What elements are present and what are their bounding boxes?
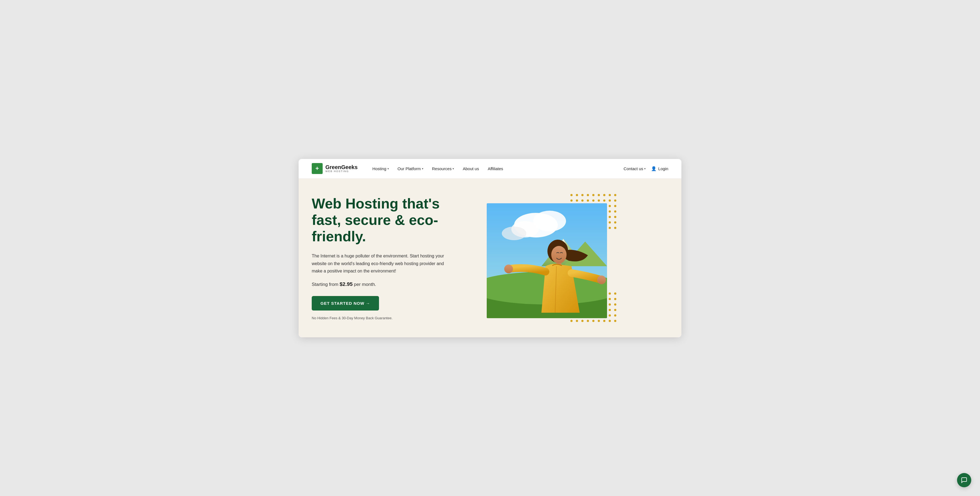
chevron-down-icon: ▾ — [644, 167, 646, 170]
logo[interactable]: + GreenGeeks WEB HOSTING — [312, 163, 358, 174]
nav-item-affiliates[interactable]: Affiliates — [484, 164, 507, 173]
svg-point-4 — [592, 194, 595, 196]
svg-point-131 — [598, 320, 600, 322]
svg-point-13 — [592, 199, 595, 202]
user-icon: 👤 — [651, 166, 657, 171]
svg-point-44 — [614, 216, 616, 218]
nav-item-resources[interactable]: Resources ▾ — [428, 164, 458, 173]
hero-content: Web Hosting that's fast, secure & eco-fr… — [312, 196, 470, 320]
nav-links: Hosting ▾ Our Platform ▾ Resources ▾ Abo… — [369, 164, 624, 173]
nav-item-hosting[interactable]: Hosting ▾ — [369, 164, 393, 173]
nav-item-platform[interactable]: Our Platform ▾ — [394, 164, 427, 173]
svg-point-5 — [598, 194, 600, 196]
nav-contact[interactable]: Contact us ▾ — [624, 166, 646, 171]
hero-image — [487, 203, 607, 318]
chevron-down-icon: ▾ — [387, 167, 389, 170]
svg-point-3 — [587, 194, 589, 196]
svg-point-124 — [609, 314, 611, 317]
nav-right: Contact us ▾ 👤 Login — [624, 166, 668, 171]
svg-point-9 — [570, 199, 573, 202]
svg-point-16 — [609, 199, 611, 202]
svg-point-15 — [603, 199, 605, 202]
svg-point-17 — [614, 199, 616, 202]
logo-icon: + — [312, 163, 323, 174]
svg-point-8 — [614, 194, 616, 196]
svg-point-43 — [609, 216, 611, 218]
svg-point-35 — [614, 211, 616, 212]
svg-point-106 — [609, 303, 611, 306]
svg-point-12 — [587, 199, 589, 202]
svg-point-88 — [609, 292, 611, 295]
chevron-down-icon: ▾ — [453, 167, 454, 170]
svg-point-129 — [587, 320, 589, 322]
svg-point-133 — [609, 320, 611, 322]
svg-point-77 — [551, 246, 566, 263]
svg-point-98 — [614, 298, 616, 300]
hero-price: Starting from $2.95 per month. — [312, 281, 470, 287]
svg-point-14 — [598, 199, 600, 202]
hero-section: Web Hosting that's fast, secure & eco-fr… — [299, 179, 681, 337]
nav-login[interactable]: 👤 Login — [651, 166, 668, 171]
svg-point-116 — [614, 309, 616, 311]
svg-point-67 — [502, 226, 527, 240]
hero-guarantee: No Hidden Fees & 30-Day Money Back Guara… — [312, 316, 470, 320]
chat-button[interactable] — [957, 473, 971, 487]
svg-point-61 — [609, 227, 611, 229]
svg-point-125 — [614, 314, 616, 317]
hero-image-area — [487, 198, 612, 318]
svg-point-6 — [603, 194, 605, 196]
svg-point-79 — [597, 276, 606, 284]
svg-point-7 — [609, 194, 611, 196]
svg-point-134 — [614, 320, 616, 322]
nav-item-about[interactable]: About us — [459, 164, 483, 173]
svg-point-53 — [614, 221, 616, 223]
chevron-down-icon: ▾ — [422, 167, 423, 170]
brand-tagline: WEB HOSTING — [325, 170, 358, 173]
hero-description: The Internet is a huge polluter of the e… — [312, 252, 449, 275]
svg-point-2 — [581, 194, 584, 196]
svg-point-11 — [581, 199, 584, 202]
svg-point-132 — [603, 320, 605, 322]
svg-point-26 — [614, 205, 616, 207]
svg-point-1 — [576, 194, 578, 196]
svg-point-128 — [581, 320, 584, 322]
brand-name: GreenGeeks — [325, 164, 358, 170]
svg-point-25 — [609, 205, 611, 207]
cta-button[interactable]: GET STARTED NOW → — [312, 296, 379, 311]
svg-point-78 — [504, 265, 513, 273]
svg-point-107 — [614, 303, 616, 306]
svg-point-127 — [576, 320, 578, 322]
svg-point-89 — [614, 292, 616, 295]
svg-point-0 — [570, 194, 573, 196]
svg-point-10 — [576, 199, 578, 202]
svg-point-97 — [609, 298, 611, 300]
svg-point-52 — [609, 221, 611, 223]
svg-point-126 — [570, 320, 573, 322]
svg-point-130 — [592, 320, 595, 322]
navigation: + GreenGeeks WEB HOSTING Hosting ▾ Our P… — [299, 159, 681, 179]
svg-point-115 — [609, 309, 611, 311]
hero-title: Web Hosting that's fast, secure & eco-fr… — [312, 196, 470, 245]
svg-point-62 — [614, 227, 616, 229]
svg-point-34 — [609, 211, 611, 212]
